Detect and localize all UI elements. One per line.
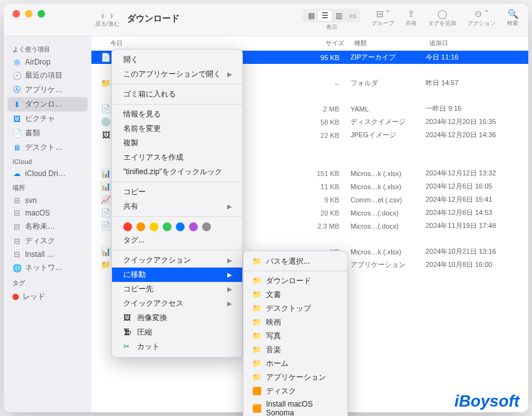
- sidebar-item-5[interactable]: 📄書類: [8, 126, 88, 140]
- col-kind[interactable]: 種類: [354, 39, 429, 48]
- menu-image-convert[interactable]: 🖼画像変換: [112, 311, 242, 325]
- tag-color-dot[interactable]: [123, 222, 132, 231]
- sidebar-item-4[interactable]: 🖼ピクチャ: [8, 112, 88, 126]
- tag-button[interactable]: ◯タグを追加: [428, 9, 456, 28]
- icon-view-icon[interactable]: ▦: [304, 10, 318, 21]
- submenu-item[interactable]: 📁アプリケーション: [243, 370, 347, 384]
- submenu-item[interactable]: 📁デスクトップ: [243, 301, 347, 315]
- file-icon: 📄: [100, 53, 111, 63]
- share-button[interactable]: ⇧共有: [406, 9, 417, 28]
- submenu-item[interactable]: 📁映画: [243, 315, 347, 329]
- sidebar-item-2[interactable]: Ⓐアプリケ…: [8, 83, 88, 97]
- folder-icon: 📁: [252, 276, 261, 285]
- sidebar-item-5[interactable]: 🌐ネットワ…: [8, 261, 88, 275]
- menu-open[interactable]: 開く: [112, 53, 242, 67]
- folder-icon: 📁: [252, 331, 261, 340]
- sidebar-item-0[interactable]: ◎AirDrop: [8, 56, 88, 68]
- submenu-item[interactable]: 🟧Install macOS Sonoma: [243, 398, 347, 416]
- folder-icon: 📁: [252, 304, 261, 313]
- disk-icon: ⊟: [13, 209, 21, 217]
- disk-icon: ⊟: [13, 237, 21, 246]
- close-button[interactable]: [13, 10, 20, 18]
- menu-duplicate[interactable]: 複製: [112, 136, 242, 150]
- tag-color-dot[interactable]: [176, 222, 185, 231]
- menu-quick-access[interactable]: クイックアクセス▶: [112, 296, 242, 311]
- view-switcher[interactable]: ▦ ☰ ▥ ▭ 表示: [303, 9, 361, 31]
- favorites-header: よく使う項目: [8, 41, 88, 56]
- forward-button[interactable]: ›: [108, 10, 114, 21]
- sidebar-item-1[interactable]: ⊟macOS: [8, 207, 88, 219]
- file-icon: 💿: [100, 117, 111, 127]
- tag-color-dot[interactable]: [136, 222, 145, 231]
- sidebar-item-1[interactable]: 🕘最近の項目: [8, 68, 88, 83]
- action-button[interactable]: ⊙ ˅アクション: [468, 9, 496, 28]
- sidebar-item-0[interactable]: ☁iCloud Dri…: [8, 167, 88, 180]
- search-button[interactable]: 🔍検索: [507, 9, 518, 28]
- menu-quick-actions[interactable]: クイックアクション▶: [112, 253, 242, 268]
- file-icon: 📁: [100, 260, 111, 270]
- col-size[interactable]: サイズ: [304, 39, 354, 48]
- tag-color-dot[interactable]: [163, 222, 171, 231]
- menu-tags[interactable]: タグ...: [112, 233, 242, 247]
- menu-compress[interactable]: 🗜圧縮: [112, 325, 242, 340]
- submenu-item[interactable]: 🟧ディスク: [243, 384, 347, 398]
- file-icon: 📄: [100, 221, 111, 231]
- download-icon: ⬇: [13, 100, 21, 109]
- tag-dot-icon: [13, 294, 19, 300]
- column-view-icon[interactable]: ▥: [332, 10, 345, 21]
- folder-icon: 📁: [252, 290, 261, 299]
- zoom-button[interactable]: [38, 10, 45, 18]
- menu-get-info[interactable]: 情報を見る: [112, 107, 242, 122]
- menu-share[interactable]: 共有▶: [112, 199, 242, 214]
- col-date[interactable]: 追加日: [429, 39, 522, 48]
- folder-icon: 📁: [252, 373, 261, 382]
- tag-color-dot[interactable]: [202, 222, 211, 231]
- gallery-view-icon[interactable]: ▭: [345, 10, 359, 21]
- file-icon: 📁: [100, 78, 111, 88]
- doc-icon: 📄: [13, 129, 21, 138]
- menu-make-alias[interactable]: エイリアスを作成: [112, 150, 242, 165]
- cloud-icon: ☁: [13, 169, 21, 178]
- menu-open-with[interactable]: このアプリケーションで開く▶: [112, 67, 242, 81]
- col-name[interactable]: 今日: [104, 39, 304, 48]
- menu-copy[interactable]: コピー: [112, 185, 242, 199]
- menu-cut[interactable]: ✂カット: [112, 340, 242, 354]
- nav-caption: 戻る/進む: [95, 20, 120, 28]
- menu-trash[interactable]: ゴミ箱に入れる: [112, 87, 242, 101]
- file-icon: 📄: [100, 208, 111, 218]
- tag-color-dot[interactable]: [150, 222, 158, 231]
- submenu-choose-path[interactable]: 📁パスを選択...: [243, 254, 347, 268]
- submenu-item[interactable]: 📁ダウンロード: [243, 274, 347, 288]
- folder-icon: 🟧: [252, 404, 261, 413]
- sidebar: よく使う項目 ◎AirDrop🕘最近の項目Ⓐアプリケ…⬇ダウンロ…🖼ピクチャ📄書…: [4, 36, 91, 412]
- disk-icon: ⊟: [13, 196, 21, 205]
- sidebar-item-6[interactable]: 🖥デスクト…: [8, 140, 88, 155]
- sidebar-item-2[interactable]: ⊟名称未…: [8, 219, 88, 234]
- submenu-item[interactable]: 📁ホーム: [243, 356, 347, 370]
- sidebar-item-0[interactable]: ⊟svn: [8, 194, 88, 207]
- window-title: ダウンロード: [127, 13, 180, 24]
- menu-quicklook[interactable]: "tinified.zip"をクイックルック: [112, 165, 242, 179]
- list-view-icon[interactable]: ☰: [318, 10, 332, 21]
- app-icon: Ⓐ: [13, 86, 21, 95]
- sidebar-item-4[interactable]: ⊟Install …: [8, 248, 88, 261]
- group-button[interactable]: ⊟ ˅グループ: [372, 9, 394, 28]
- sidebar-tag[interactable]: レッド: [8, 289, 88, 304]
- menu-copy-to[interactable]: コピー先▶: [112, 282, 242, 296]
- submenu-item[interactable]: 📁文書: [243, 288, 347, 301]
- sidebar-item-3[interactable]: ⊟ディスク: [8, 234, 88, 248]
- tag-color-dot[interactable]: [189, 222, 198, 231]
- tags-header: タグ: [8, 275, 88, 289]
- watermark-logo: iBoysoft: [454, 392, 519, 411]
- file-icon: 📊: [100, 182, 111, 192]
- sidebar-item-3[interactable]: ⬇ダウンロ…: [8, 97, 88, 112]
- submenu-item[interactable]: 📁写真: [243, 329, 347, 343]
- back-button[interactable]: ‹: [100, 10, 106, 21]
- minimize-button[interactable]: [25, 10, 33, 18]
- menu-move-to[interactable]: に移動▶: [112, 268, 242, 282]
- menu-tag-colors[interactable]: [112, 219, 242, 233]
- menu-rename[interactable]: 名前を変更: [112, 122, 242, 136]
- disk-icon: ⊟: [13, 250, 21, 259]
- locations-header: 場所: [8, 180, 88, 194]
- submenu-item[interactable]: 📁音楽: [243, 343, 347, 356]
